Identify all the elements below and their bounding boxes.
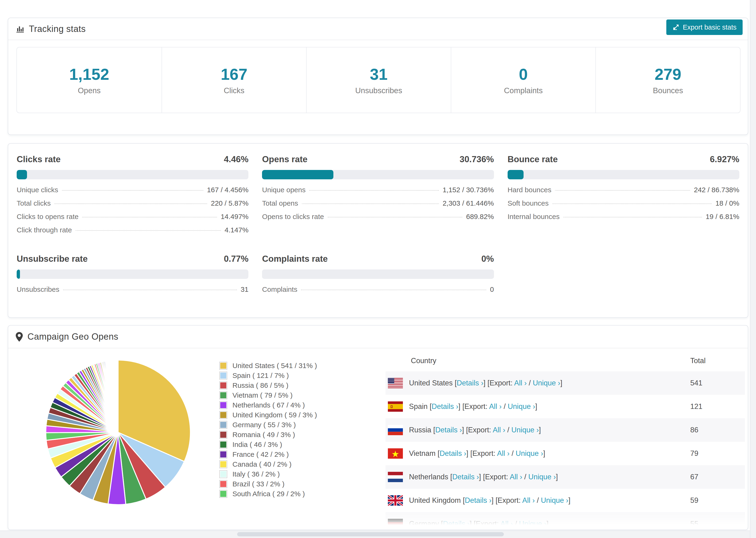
- rate-detail-row: Total clicks220 / 5.87%: [17, 199, 248, 213]
- flag-icon-vn: [388, 448, 403, 459]
- legend-swatch: [219, 490, 227, 498]
- details-link[interactable]: Details ›: [435, 426, 462, 434]
- legend-swatch: [219, 480, 227, 488]
- horizontal-scrollbar-thumb[interactable]: [237, 532, 504, 536]
- rate-value: 4.46%: [224, 154, 248, 164]
- bracket-close: ]: [560, 379, 562, 387]
- bracket-close: ]: [547, 520, 549, 528]
- rate-section-unsubscribe-rate: Unsubscribe rate0.77%Unsubscribes31: [17, 254, 248, 299]
- rate-detail-row: Complaints0: [262, 286, 494, 299]
- bracket-text: ] [Export:: [483, 379, 514, 387]
- rate-section-header: Unsubscribe rate0.77%: [17, 254, 248, 264]
- dotted-leader: [553, 203, 712, 204]
- legend-item: Romania ( 49 / 3% ): [219, 430, 317, 440]
- flag-icon-ru: [388, 425, 403, 435]
- export-all-link[interactable]: All ›: [489, 402, 502, 410]
- details-link[interactable]: Details ›: [452, 473, 479, 481]
- details-link[interactable]: Details ›: [432, 402, 459, 410]
- horizontal-scrollbar[interactable]: [0, 530, 750, 538]
- rate-detail-value: 2,303 / 61.446%: [443, 199, 494, 207]
- export-unique-link[interactable]: Unique ›: [512, 426, 539, 434]
- export-basic-stats-button[interactable]: Export basic stats: [666, 20, 743, 35]
- export-all-link[interactable]: All ›: [493, 426, 505, 434]
- stat-value: 167: [221, 65, 247, 83]
- export-all-link[interactable]: All ›: [510, 473, 522, 481]
- rate-section-complaints-rate: Complaints rate0%Complaints0: [262, 254, 494, 299]
- stat-label: Bounces: [653, 86, 683, 95]
- rate-detail-label: Clicks to opens rate: [17, 213, 79, 221]
- geo-table-row-de: Germany [Details ›] [Export: All › / Uni…: [386, 512, 745, 530]
- rate-detail-row: Unsubscribes31: [17, 286, 248, 299]
- rate-detail-label: Unique clicks: [17, 186, 58, 194]
- export-all-link[interactable]: All ›: [522, 496, 535, 505]
- bracket-close: ]: [556, 473, 558, 481]
- country-cell: Vietnam [Details ›] [Export: All › / Uni…: [409, 449, 545, 458]
- legend-swatch: [219, 362, 227, 370]
- rate-value: 30.736%: [460, 154, 494, 164]
- stat-value: 1,152: [69, 65, 109, 83]
- export-all-link[interactable]: All ›: [500, 520, 513, 528]
- legend-item: Russia ( 86 / 5% ): [219, 381, 317, 390]
- slash-text: /: [513, 520, 519, 528]
- tracking-stats-header: Tracking stats Export basic stats: [8, 18, 748, 40]
- rate-title: Opens rate: [262, 154, 307, 164]
- country-name: Germany [: [409, 520, 443, 528]
- geo-table-row-es: Spain [Details ›] [Export: All › / Uniqu…: [386, 395, 745, 418]
- country-name: Russia [: [409, 426, 435, 434]
- country-cell: Netherlands [Details ›] [Export: All › /…: [409, 473, 558, 481]
- geo-table-header: Country Total: [386, 350, 745, 371]
- export-unique-link[interactable]: Unique ›: [533, 379, 560, 387]
- rate-section-header: Bounce rate6.927%: [508, 154, 739, 164]
- export-unique-link[interactable]: Unique ›: [519, 520, 547, 528]
- dotted-leader: [76, 230, 221, 231]
- rate-section-header: Complaints rate0%: [262, 254, 494, 264]
- vertical-scrollbar[interactable]: [750, 0, 756, 538]
- bracket-text: ] [Export:: [492, 496, 522, 505]
- country-name: United States [: [409, 379, 457, 387]
- rate-detail-row: Clicks to opens rate14.497%: [17, 213, 248, 226]
- export-unique-link[interactable]: Unique ›: [541, 496, 568, 505]
- total-cell: 541: [690, 379, 745, 387]
- tracking-stats-card: Tracking stats Export basic stats 1,152O…: [8, 18, 748, 135]
- dotted-leader: [82, 217, 217, 217]
- bracket-text: ] [Export:: [466, 449, 497, 457]
- geo-table-row-ru: Russia [Details ›] [Export: All › / Uniq…: [386, 418, 745, 442]
- export-unique-link[interactable]: Unique ›: [528, 473, 556, 481]
- bracket-text: ] [Export:: [462, 426, 493, 434]
- rate-detail-label: Opens to clicks rate: [262, 213, 324, 221]
- dotted-leader: [563, 217, 702, 217]
- details-link[interactable]: Details ›: [440, 449, 466, 457]
- country-name: United Kingdom [: [409, 496, 465, 505]
- legend-label: Brazil ( 33 / 2% ): [233, 480, 285, 488]
- export-all-link[interactable]: All ›: [514, 379, 527, 387]
- rate-detail-value: 31: [241, 286, 248, 294]
- export-all-link[interactable]: All ›: [497, 449, 510, 457]
- geo-opens-pie-chart: [43, 357, 193, 508]
- total-cell: 79: [690, 449, 745, 458]
- rate-detail-label: Unsubscribes: [17, 286, 59, 294]
- details-link[interactable]: Details ›: [443, 520, 470, 528]
- export-icon: [673, 24, 679, 31]
- legend-item: Vietnam ( 79 / 5% ): [219, 390, 317, 400]
- stat-box-bounces: 279Bounces: [595, 47, 740, 113]
- rate-detail-row: Soft bounces18 / 0%: [508, 199, 739, 213]
- rate-progress-fill: [17, 269, 20, 279]
- rate-detail-value: 4.147%: [225, 226, 249, 234]
- dotted-leader: [555, 190, 690, 190]
- details-link[interactable]: Details ›: [457, 379, 483, 387]
- details-link[interactable]: Details ›: [465, 496, 492, 505]
- stat-box-clicks: 167Clicks: [162, 47, 306, 113]
- geo-table-row-nl: Netherlands [Details ›] [Export: All › /…: [386, 465, 745, 489]
- rate-detail-row: Hard bounces242 / 86.738%: [508, 186, 739, 199]
- legend-label: Vietnam ( 79 / 5% ): [233, 391, 293, 399]
- legend-swatch: [219, 401, 227, 409]
- legend-label: France ( 42 / 2% ): [233, 451, 289, 458]
- geo-table-row-gb: United Kingdom [Details ›] [Export: All …: [386, 489, 745, 512]
- export-unique-link[interactable]: Unique ›: [515, 449, 543, 457]
- export-unique-link[interactable]: Unique ›: [508, 402, 535, 410]
- legend-swatch: [219, 372, 227, 380]
- geo-table: Country Total United States [Details ›] …: [386, 350, 745, 530]
- geo-table-body: United States [Details ›] [Export: All ›…: [386, 371, 745, 530]
- stat-value: 279: [655, 65, 681, 83]
- legend-swatch: [219, 431, 227, 439]
